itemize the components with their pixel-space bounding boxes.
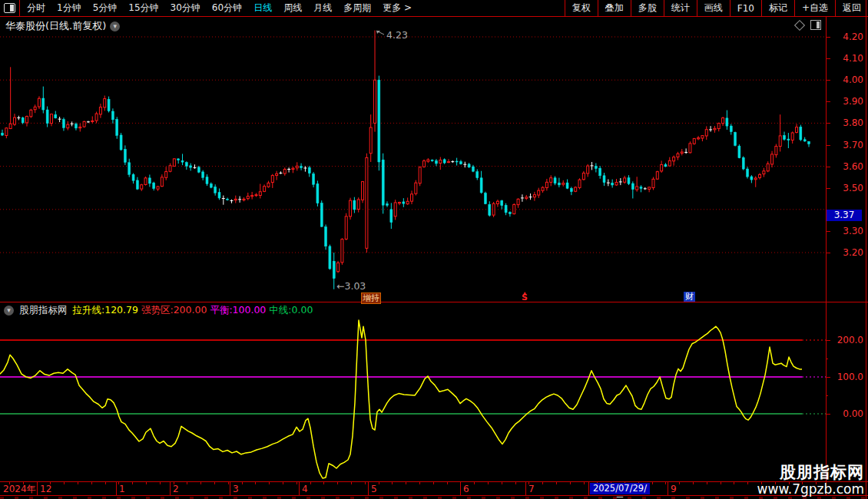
date-tick bbox=[228, 482, 229, 484]
date-label-5: 5 bbox=[371, 484, 377, 494]
date-tick bbox=[747, 482, 748, 484]
current-price-tag: 3.37 bbox=[827, 210, 862, 221]
diamond-icon[interactable] bbox=[794, 19, 805, 30]
chart-title-row: 华泰股份(日线.前复权) ▾ bbox=[5, 19, 120, 33]
date-tick bbox=[78, 482, 78, 484]
watermark-url: www.7gpzb.com bbox=[757, 481, 864, 497]
tab-60分钟[interactable]: 60分钟 bbox=[212, 2, 242, 15]
indicator-chart[interactable] bbox=[0, 317, 826, 481]
month-separator bbox=[230, 482, 230, 495]
tab-月线[interactable]: 月线 bbox=[313, 2, 332, 15]
indicator-label-100.0: 100.0 bbox=[830, 372, 863, 382]
date-tick bbox=[214, 482, 215, 484]
month-separator bbox=[368, 482, 369, 495]
date-tick bbox=[64, 482, 65, 484]
watermark: 股朋指标网 www.7gpzb.com bbox=[757, 464, 864, 497]
button-叠加[interactable]: 叠加 bbox=[598, 0, 631, 16]
month-separator bbox=[460, 482, 461, 495]
month-separator bbox=[37, 482, 38, 495]
axis-divider bbox=[826, 17, 827, 496]
date-label-6: 6 bbox=[463, 484, 469, 494]
date-tick bbox=[488, 482, 489, 484]
split-view-icon[interactable] bbox=[810, 20, 821, 30]
button-多股[interactable]: 多股 bbox=[631, 0, 664, 16]
tab-日线[interactable]: 日线 bbox=[253, 2, 272, 15]
tab-分时[interactable]: 分时 bbox=[27, 2, 45, 15]
date-label-12: 12 bbox=[40, 484, 51, 494]
tab-5分钟[interactable]: 5分钟 bbox=[93, 2, 118, 15]
date-tick bbox=[406, 482, 406, 484]
month-separator bbox=[299, 482, 300, 495]
svg-text:←3.03: ←3.03 bbox=[336, 280, 366, 292]
date-tick bbox=[515, 482, 516, 484]
date-tick bbox=[105, 482, 106, 484]
button-标记[interactable]: 标记 bbox=[761, 0, 794, 16]
event-badge-S[interactable]: ▴S bbox=[522, 291, 528, 300]
tool-buttons: 复权叠加多股统计画线F10标记+自选返回 bbox=[565, 0, 868, 16]
date-tick bbox=[734, 482, 734, 484]
date-tick bbox=[160, 482, 161, 484]
date-tick bbox=[665, 482, 666, 484]
date-tick bbox=[556, 482, 557, 484]
month-separator bbox=[170, 482, 171, 495]
tab-多周期[interactable]: 多周期 bbox=[343, 2, 371, 15]
button-复权[interactable]: 复权 bbox=[565, 0, 598, 16]
event-badge-增持[interactable]: 增持 bbox=[361, 292, 381, 304]
period-tabs: 分时1分钟5分钟15分钟30分钟60分钟日线周线月线多周期更多 > bbox=[20, 0, 415, 16]
date-label-4: 4 bbox=[302, 484, 308, 494]
date-tick bbox=[255, 482, 256, 484]
indicator-values: 拉升线:120.79 强势区:200.00 平衡:100.00 中线:0.00 bbox=[73, 304, 313, 317]
chevron-down-icon[interactable]: ▾ bbox=[110, 21, 120, 31]
date-tick bbox=[474, 482, 475, 484]
button-+自选[interactable]: +自选 bbox=[794, 0, 835, 16]
button-统计[interactable]: 统计 bbox=[664, 0, 697, 16]
button-F10[interactable]: F10 bbox=[730, 0, 761, 16]
date-tick bbox=[337, 482, 338, 484]
svg-text:4.23: 4.23 bbox=[386, 29, 408, 41]
window-panel-icon[interactable] bbox=[0, 0, 20, 16]
date-label-1: 1 bbox=[119, 484, 125, 494]
event-badge-财[interactable]: 财 bbox=[684, 292, 695, 302]
tab-30分钟[interactable]: 30分钟 bbox=[171, 2, 200, 15]
date-label-2: 2 bbox=[173, 484, 179, 494]
date-axis[interactable]: 2024年12123456792025/07/29/二 bbox=[0, 481, 868, 496]
date-tick bbox=[269, 482, 270, 484]
date-tick bbox=[570, 482, 571, 484]
date-tick bbox=[351, 482, 352, 484]
tab-15分钟[interactable]: 15分钟 bbox=[128, 2, 158, 15]
month-separator bbox=[588, 482, 589, 495]
date-label-7: 7 bbox=[528, 484, 535, 494]
tab-更多 >[interactable]: 更多 > bbox=[383, 2, 412, 15]
date-tick bbox=[365, 482, 366, 484]
price-label-3.20: 3.20 bbox=[830, 247, 863, 258]
date-tick bbox=[310, 482, 311, 484]
date-tick bbox=[146, 482, 147, 484]
date-tick bbox=[419, 482, 420, 484]
tab-1分钟[interactable]: 1分钟 bbox=[57, 2, 81, 15]
date-tick bbox=[132, 482, 133, 484]
tab-周线[interactable]: 周线 bbox=[283, 2, 302, 15]
indicator-value-强势区: 强势区:200.00 bbox=[141, 304, 210, 316]
price-label-4.00: 4.00 bbox=[830, 74, 863, 85]
button-返回[interactable]: 返回 bbox=[835, 0, 868, 16]
date-tick bbox=[283, 482, 283, 484]
date-tick bbox=[693, 482, 694, 484]
date-tick bbox=[652, 482, 653, 484]
month-separator bbox=[116, 482, 117, 495]
date-label-2024年: 2024年 bbox=[3, 484, 36, 494]
indicator-value-中线: 中线:0.00 bbox=[269, 304, 313, 316]
stock-title: 华泰股份(日线.前复权) bbox=[5, 19, 106, 33]
date-tick bbox=[447, 482, 448, 484]
price-label-3.90: 3.90 bbox=[830, 96, 863, 107]
price-label-3.60: 3.60 bbox=[830, 161, 863, 172]
indicator-label-200.0: 200.0 bbox=[830, 335, 863, 345]
date-tick bbox=[297, 482, 297, 484]
candlestick-chart[interactable]: 4.23←3.03 bbox=[0, 17, 826, 302]
date-tick bbox=[242, 482, 243, 484]
right-frame bbox=[866, 0, 866, 499]
button-画线[interactable]: 画线 bbox=[697, 0, 730, 16]
chevron-down-icon[interactable]: ▾ bbox=[4, 306, 14, 316]
watermark-brand: 股朋指标网 bbox=[757, 464, 864, 481]
indicator-label-0.00: 0.00 bbox=[830, 408, 863, 419]
price-label-3.50: 3.50 bbox=[830, 183, 863, 193]
